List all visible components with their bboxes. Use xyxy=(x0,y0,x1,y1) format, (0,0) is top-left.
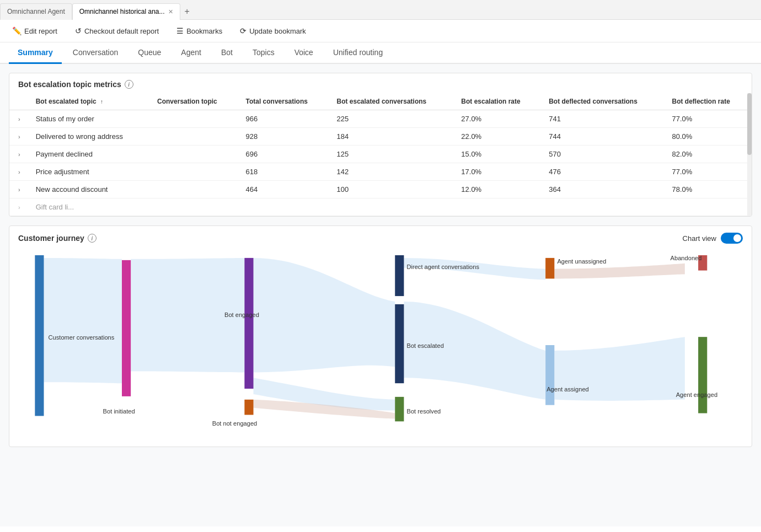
cell-deflected: 741 xyxy=(542,110,665,128)
cell-escalated: 125 xyxy=(330,146,455,163)
cell-conversation-topic xyxy=(151,146,239,163)
tab-omnichannel-agent[interactable]: Omnichannel Agent xyxy=(0,3,72,20)
label-agent-engaged: Agent engaged xyxy=(676,391,717,398)
cell-deflected: 570 xyxy=(542,146,665,163)
edit-report-button[interactable]: ✏️ Edit report xyxy=(9,24,61,37)
toolbar: ✏️ Edit report ↺ Checkout default report… xyxy=(0,20,761,42)
expand-cell[interactable]: › xyxy=(9,146,29,163)
bookmark-icon: ☰ xyxy=(176,26,184,35)
tab-voice[interactable]: Voice xyxy=(286,42,322,64)
tab-label: Omnichannel Agent xyxy=(7,8,65,15)
vertical-scrollbar[interactable] xyxy=(747,93,752,216)
expand-icon[interactable]: › xyxy=(16,132,23,141)
sankey-svg: Customer conversations Bot initiated Bot… xyxy=(18,252,743,438)
checkout-default-button[interactable]: ↺ Checkout default report xyxy=(72,24,162,37)
cell-total: 928 xyxy=(239,128,330,146)
tab-agent[interactable]: Agent xyxy=(172,42,210,64)
browser-tabs: Omnichannel Agent Omnichannel historical… xyxy=(0,0,761,20)
tab-omnichannel-historical[interactable]: Omnichannel historical ana... ✕ xyxy=(72,3,180,20)
table-row: › Status of my order 966 225 27.0% 741 7… xyxy=(9,110,752,128)
expand-cell[interactable]: › xyxy=(9,198,29,216)
label-abandoned: Abandoned xyxy=(671,255,702,261)
cell-conversation-topic xyxy=(151,110,239,128)
table-row: › New accound discount 464 100 12.0% 364… xyxy=(9,181,752,198)
expand-cell[interactable]: › xyxy=(9,181,29,198)
table-scroll-wrap: Bot escalated topic ↑ Conversation topic… xyxy=(9,93,752,216)
checkout-default-label: Checkout default report xyxy=(84,27,159,35)
cell-escalated: 100 xyxy=(330,181,455,198)
cell-total: 618 xyxy=(239,163,330,181)
label-agent-unassigned: Agent unassigned xyxy=(557,258,606,265)
label-direct-agent: Direct agent conversations xyxy=(407,264,480,270)
bookmarks-button[interactable]: ☰ Bookmarks xyxy=(173,24,226,37)
cell-escalated: 184 xyxy=(330,128,455,146)
col-bot-escalated-conversations: Bot escalated conversations xyxy=(330,93,455,110)
node-direct-agent xyxy=(395,255,404,296)
col-conversation-topic: Conversation topic xyxy=(151,93,239,110)
main-content: Bot escalation topic metrics i Bot escal… xyxy=(0,64,761,526)
tab-queue[interactable]: Queue xyxy=(129,42,170,64)
cell-total: 464 xyxy=(239,181,330,198)
label-bot-initiated: Bot initiated xyxy=(103,408,135,415)
expand-icon[interactable]: › xyxy=(16,185,23,194)
tab-label: Omnichannel historical ana... xyxy=(79,8,165,15)
label-agent-assigned: Agent assigned xyxy=(546,386,589,393)
node-bot-escalated xyxy=(395,304,404,383)
cell-topic: Status of my order xyxy=(29,110,151,128)
cell-deflection-rate: 77.0% xyxy=(666,163,752,181)
expand-icon[interactable]: › xyxy=(16,203,23,212)
journey-title-container: Customer journey i xyxy=(18,234,97,243)
expand-icon[interactable]: › xyxy=(16,150,23,159)
expand-cell[interactable]: › xyxy=(9,110,29,128)
cell-deflected: 364 xyxy=(542,181,665,198)
node-bot-resolved xyxy=(395,397,404,421)
expand-cell[interactable]: › xyxy=(9,163,29,181)
cell-topic: Gift card li... xyxy=(29,198,151,216)
tab-bot[interactable]: Bot xyxy=(212,42,242,64)
sankey-chart-container: Customer conversations Bot initiated Bot… xyxy=(9,248,752,447)
node-bot-not-engaged xyxy=(244,400,253,415)
cell-deflection-rate: 82.0% xyxy=(666,146,752,163)
refresh-icon: ↺ xyxy=(75,26,82,35)
cell-conversation-topic xyxy=(151,128,239,146)
update-bookmark-button[interactable]: ⟳ Update bookmark xyxy=(237,24,309,37)
update-bookmark-label: Update bookmark xyxy=(249,27,306,35)
journey-info-icon[interactable]: i xyxy=(88,234,97,243)
edit-icon: ✏️ xyxy=(12,26,22,35)
expand-icon[interactable]: › xyxy=(16,168,23,176)
cell-escalated xyxy=(330,198,455,216)
info-icon[interactable]: i xyxy=(125,80,133,89)
flow-bot-engaged-bot-escalated xyxy=(254,258,395,373)
expand-icon[interactable]: › xyxy=(16,115,23,123)
tab-topics[interactable]: Topics xyxy=(244,42,283,64)
node-bot-engaged xyxy=(244,258,253,389)
col-bot-escalated-topic[interactable]: Bot escalated topic ↑ xyxy=(29,93,151,110)
cell-deflected: 744 xyxy=(542,128,665,146)
node-customer-conversations xyxy=(35,255,44,416)
cell-deflection-rate: 77.0% xyxy=(666,110,752,128)
label-bot-escalated: Bot escalated xyxy=(407,342,444,349)
label-bot-engaged: Bot engaged xyxy=(224,311,259,318)
tab-summary[interactable]: Summary xyxy=(9,42,62,64)
cell-topic: Delivered to wrong address xyxy=(29,128,151,146)
cell-deflection-rate: 78.0% xyxy=(666,181,752,198)
cell-escalation-rate: 27.0% xyxy=(454,110,542,128)
sort-icon: ↑ xyxy=(100,99,103,105)
bookmarks-label: Bookmarks xyxy=(186,27,222,35)
cell-total: 696 xyxy=(239,146,330,163)
cell-escalation-rate: 12.0% xyxy=(454,181,542,198)
scrollbar-thumb[interactable] xyxy=(747,93,752,155)
tab-unified-routing[interactable]: Unified routing xyxy=(324,42,392,64)
chart-view-switch[interactable] xyxy=(721,233,743,244)
table-row: › Payment declined 696 125 15.0% 570 82.… xyxy=(9,146,752,163)
node-agent-assigned xyxy=(545,345,554,405)
nav-tabs: Summary Conversation Queue Agent Bot Top… xyxy=(0,42,761,64)
col-total-conversations: Total conversations xyxy=(239,93,330,110)
cell-total: 966 xyxy=(239,110,330,128)
expand-cell[interactable]: › xyxy=(9,128,29,146)
flow-agent-unassigned-abandoned xyxy=(554,264,685,279)
new-tab-button[interactable]: + xyxy=(180,7,194,17)
col-bot-escalation-rate: Bot escalation rate xyxy=(454,93,542,110)
tab-conversation[interactable]: Conversation xyxy=(64,42,127,64)
close-icon[interactable]: ✕ xyxy=(168,8,173,15)
